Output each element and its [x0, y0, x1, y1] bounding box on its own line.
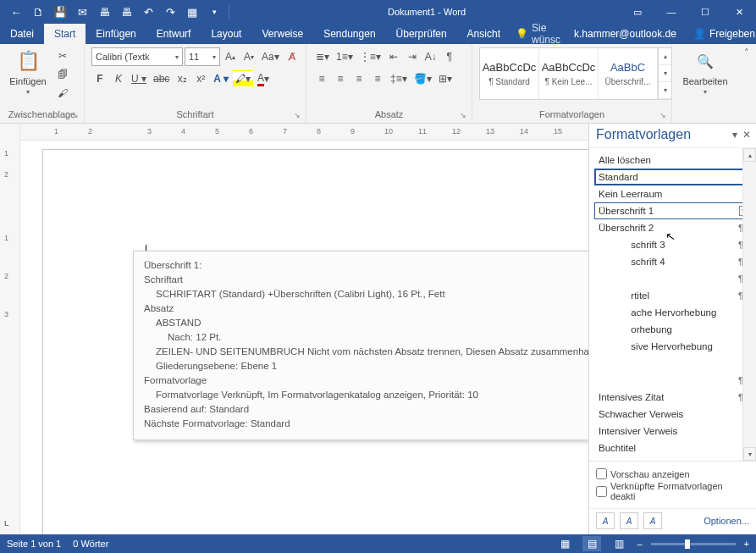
tab-start[interactable]: Start — [44, 24, 86, 44]
italic-button[interactable]: K — [110, 70, 127, 87]
subscript-button[interactable]: x₂ — [174, 70, 190, 87]
down-arrow-icon[interactable]: ▾ — [659, 65, 671, 82]
expand-icon[interactable]: ▾ — [659, 82, 671, 99]
numbering-icon[interactable]: 1≡▾ — [334, 48, 356, 65]
font-color-icon[interactable]: A▾ — [255, 70, 272, 87]
tab-entwurf[interactable]: Entwurf — [146, 24, 201, 44]
tell-me-search[interactable]: 💡 Sie wünsc — [510, 24, 566, 44]
pilcrow-icon[interactable]: ¶ — [441, 48, 458, 65]
tab-layout[interactable]: Layout — [201, 24, 251, 44]
style-item[interactable]: sive Hervorhebunga — [594, 338, 753, 355]
tab-ansicht[interactable]: Ansicht — [457, 24, 510, 44]
decrease-indent-icon[interactable]: ⇤ — [385, 48, 402, 65]
manage-styles-icon[interactable]: A — [643, 512, 662, 529]
shrink-font-icon[interactable]: A▾ — [240, 48, 257, 65]
tab-einfuegen[interactable]: Einfügen — [86, 24, 146, 44]
word-count[interactable]: 0 Wörter — [73, 539, 108, 549]
format-painter-icon[interactable]: 🖌 — [54, 85, 71, 102]
up-arrow-icon[interactable]: ▴ — [659, 48, 671, 65]
zoom-in-icon[interactable]: + — [744, 539, 749, 549]
align-right-icon[interactable]: ≡ — [350, 70, 367, 87]
web-layout-icon[interactable]: ▥ — [610, 536, 628, 551]
mail-icon[interactable]: ✉ — [71, 0, 93, 24]
tab-datei[interactable]: Datei — [0, 24, 44, 44]
cut-icon[interactable]: ✂ — [54, 47, 71, 64]
gallery-heading1[interactable]: AaBbC Überschrif... — [599, 48, 658, 99]
strike-button[interactable]: abc — [151, 70, 172, 87]
style-item[interactable]: Überschrift 1▾ — [594, 202, 753, 219]
tab-sendungen[interactable]: Sendungen — [313, 24, 385, 44]
justify-icon[interactable]: ≡ — [369, 70, 386, 87]
style-item[interactable]: Intensives Zitat¶a — [594, 389, 753, 406]
style-item[interactable]: Schwacher Verweisa — [594, 406, 753, 423]
change-case-icon[interactable]: Aa▾ — [259, 48, 282, 65]
grow-font-icon[interactable]: A▴ — [222, 48, 239, 65]
clipboard-launcher-icon[interactable]: ↘ — [72, 111, 82, 121]
pane-close-icon[interactable]: ✕ — [742, 129, 751, 141]
checkbox[interactable] — [596, 468, 607, 479]
line-spacing-icon[interactable]: ‡≡▾ — [388, 70, 410, 87]
back-icon[interactable]: ← — [5, 0, 27, 24]
style-item[interactable]: orhebunga — [594, 321, 753, 338]
gallery-more[interactable]: ▴ ▾ ▾ — [658, 48, 671, 99]
borders-icon[interactable]: ⊞▾ — [436, 70, 455, 87]
style-item[interactable]: rtitel¶a — [594, 287, 753, 304]
new-style-icon[interactable]: A — [596, 512, 615, 529]
gallery-no-spacing[interactable]: AaBbCcDc ¶ Kein Lee... — [539, 48, 599, 99]
tab-ueberpruefen[interactable]: Überprüfen — [386, 24, 457, 44]
style-item[interactable]: Buchtitela — [594, 440, 753, 456]
style-item[interactable]: ¶a — [594, 270, 753, 287]
table-icon[interactable]: ▦ — [181, 0, 203, 24]
scroll-up-icon[interactable]: ▴ — [743, 148, 756, 162]
superscript-button[interactable]: x² — [192, 70, 209, 87]
redo-icon[interactable]: ↷ — [159, 0, 181, 24]
bold-button[interactable]: F — [91, 70, 108, 87]
style-item[interactable]: Kein Leerraum¶ — [594, 185, 753, 202]
font-size-combo[interactable]: 11▾ — [185, 47, 220, 66]
copy-icon[interactable]: 🗐 — [54, 66, 71, 83]
text-effects-icon[interactable]: A ▾ — [211, 70, 231, 87]
linked-checkbox[interactable]: Verknüpfte Formatvorlagen deakti — [596, 481, 749, 501]
style-item[interactable]: Standard¶ — [594, 169, 753, 185]
minimize-icon[interactable]: — — [654, 0, 688, 24]
tab-verweise[interactable]: Verweise — [251, 24, 313, 44]
clear-all[interactable]: Alle löschen — [594, 152, 753, 169]
print-quick-icon[interactable]: 🖶 — [93, 0, 115, 24]
style-item[interactable]: schrift 3¶a — [594, 236, 753, 253]
options-link[interactable]: Optionen... — [704, 516, 749, 526]
underline-button[interactable]: U ▾ — [129, 70, 149, 87]
font-family-combo[interactable]: Calibri (Textk▾ — [91, 47, 183, 66]
zoom-slider[interactable] — [651, 543, 736, 545]
align-left-icon[interactable]: ≡ — [313, 70, 330, 87]
style-item[interactable]: ¶a — [594, 372, 753, 389]
shading-icon[interactable]: 🪣▾ — [411, 70, 434, 87]
style-inspector-icon[interactable]: A — [620, 512, 638, 529]
style-gallery[interactable]: AaBbCcDc ¶ Standard AaBbCcDc ¶ Kein Lee.… — [479, 47, 672, 100]
qat-dropdown-icon[interactable]: ▾ — [203, 0, 225, 24]
multilevel-icon[interactable]: ⋮≡▾ — [357, 48, 384, 65]
page-count[interactable]: Seite 1 von 1 — [7, 539, 61, 549]
align-center-icon[interactable]: ≡ — [332, 70, 349, 87]
save-icon[interactable]: 💾 — [49, 0, 71, 24]
new-icon[interactable]: 🗋 — [27, 0, 49, 24]
clear-formatting-icon[interactable]: A̸ — [284, 48, 301, 65]
maximize-icon[interactable]: ☐ — [688, 0, 722, 24]
paste-button[interactable]: 📋 Einfügen ▾ — [7, 47, 49, 96]
slider-thumb[interactable] — [685, 539, 690, 549]
sort-icon[interactable]: A↓ — [422, 48, 439, 65]
style-item[interactable]: a — [594, 355, 753, 372]
paragraph-launcher-icon[interactable]: ↘ — [460, 111, 470, 121]
close-icon[interactable]: ✕ — [722, 0, 756, 24]
pane-scrollbar[interactable]: ▴ ▾ — [742, 148, 756, 461]
checkbox[interactable] — [596, 486, 607, 497]
highlight-icon[interactable]: 🖍▾ — [233, 70, 253, 87]
print-layout-icon[interactable]: ▤ — [582, 536, 601, 551]
pane-dropdown-icon[interactable]: ▾ — [732, 129, 737, 141]
read-mode-icon[interactable]: ▦ — [555, 536, 574, 551]
style-item[interactable]: ache Hervorhebunga — [594, 304, 753, 321]
zoom-out-icon[interactable]: – — [637, 539, 642, 549]
increase-indent-icon[interactable]: ⇥ — [404, 48, 421, 65]
gallery-standard[interactable]: AaBbCcDc ¶ Standard — [480, 48, 539, 99]
style-item[interactable]: Intensiver Verweisa — [594, 423, 753, 440]
undo-icon[interactable]: ↶ — [137, 0, 159, 24]
